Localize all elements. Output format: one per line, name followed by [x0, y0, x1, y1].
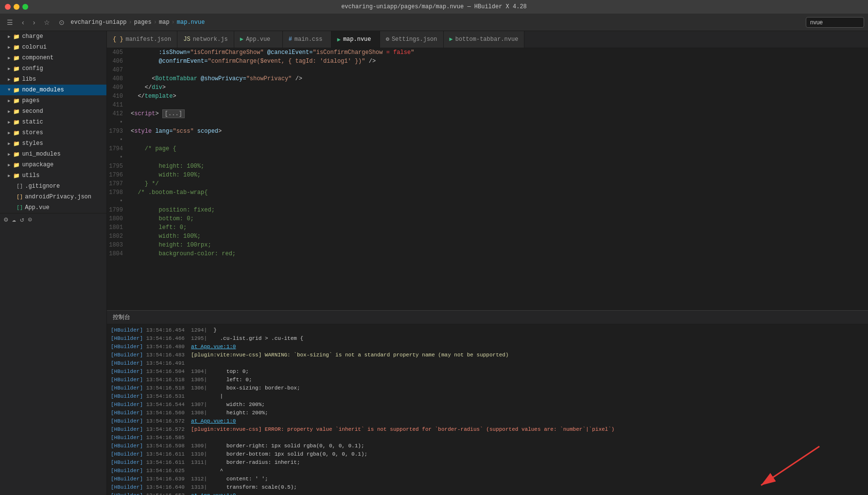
- editor-area: { } manifest.json JS network.js ▶ App.vu…: [107, 31, 868, 495]
- chevron-down-icon: ▼: [8, 88, 10, 92]
- sidebar-item-static[interactable]: ▶ 📁 static: [0, 117, 106, 127]
- minimize-button[interactable]: [14, 4, 19, 10]
- sidebar-bottom-bar: ⚙ ☁ ↺ ⊙: [0, 213, 106, 226]
- folder-icon: 📁: [13, 55, 20, 61]
- console-output[interactable]: [HBuilder] 13:54:16.454 1294| } [HBuilde…: [107, 324, 868, 495]
- sidebar-item-android-privacy[interactable]: [] androidPrivacy.json: [0, 192, 106, 202]
- sidebar-item-label: component: [22, 54, 53, 61]
- file-icon: []: [17, 183, 23, 189]
- chevron-right-icon: ▶: [8, 152, 10, 157]
- console-line: [HBuilder] 13:54:16.640 1313| transform:…: [111, 483, 864, 492]
- back-button[interactable]: ‹: [19, 17, 27, 28]
- sidebar-item-label: unpackage: [22, 161, 53, 168]
- tab-label: bottom-tabbar.nvue: [455, 36, 519, 43]
- titlebar: evcharing-uniapp/pages/map/map.nvue — HB…: [0, 0, 868, 14]
- sidebar-item-second[interactable]: ▶ 📁 second: [0, 106, 106, 117]
- sidebar-item-stores[interactable]: ▶ 📁 stores: [0, 127, 106, 138]
- sidebar-item-label: charge: [22, 33, 43, 40]
- sidebar-item-node-modules[interactable]: ▼ 📁 node_modules: [0, 85, 106, 95]
- sidebar-item-label: node_modules: [22, 87, 64, 93]
- tabs-bar: { } manifest.json JS network.js ▶ App.vu…: [107, 31, 868, 48]
- console-line: [HBuilder] 13:54:16.466 1295| .cu-list.g…: [111, 335, 864, 343]
- code-line-405: 405 :isShown="isConfirmChargeShow" @canc…: [107, 48, 868, 57]
- folder-icon: 📁: [13, 151, 20, 158]
- file-type-icon: JS: [183, 36, 190, 43]
- console-link[interactable]: at App.vue:1:0: [191, 493, 236, 495]
- tab-label: Settings.json: [392, 36, 437, 43]
- folder-icon: 📁: [13, 130, 20, 136]
- sidebar-item-app-vue[interactable]: [] App.vue: [0, 202, 106, 213]
- sidebar-item-gitignore[interactable]: [] .gitignore: [0, 181, 106, 192]
- tab-settings-json[interactable]: ⚙ Settings.json: [380, 31, 444, 48]
- code-line-412: 412 • <script> [...]: [107, 109, 868, 127]
- tab-bottom-tabbar[interactable]: ▶ bottom-tabbar.nvue: [444, 31, 525, 48]
- tab-map-nvue[interactable]: ▶ map.nvue: [331, 31, 380, 48]
- code-line-1794: 1794 • /* page {: [107, 144, 868, 162]
- chevron-right-icon: ▶: [8, 109, 10, 114]
- code-line-1801: 1801 left: 0;: [107, 223, 868, 232]
- console-link[interactable]: at App.vue:1:0: [191, 344, 236, 350]
- console-line: [HBuilder] 13:54:16.625 ^: [111, 467, 864, 475]
- sidebar-item-unpackage[interactable]: ▶ 📁 unpackage: [0, 159, 106, 170]
- sidebar-item-label: App.vue: [25, 204, 49, 211]
- console-link[interactable]: at App.vue:1:0: [191, 418, 236, 424]
- breadcrumb-pages[interactable]: pages: [134, 19, 152, 26]
- forward-button[interactable]: ›: [30, 17, 38, 28]
- folder-icon: 📁: [13, 173, 20, 179]
- sidebar-item-config[interactable]: ▶ 📁 config: [0, 63, 106, 74]
- console-line: [HBuilder] 13:54:16.518 1305| left: 0;: [111, 376, 864, 384]
- console-panel: 控制台 [HBuilder] 13:54:16.454 1294| } [HBu…: [107, 310, 868, 495]
- console-line: [HBuilder] 13:54:16.504 1304| top: 0;: [111, 368, 864, 376]
- maximize-button[interactable]: [22, 4, 28, 10]
- code-line-1800: 1800 bottom: 0;: [107, 214, 868, 223]
- sidebar-item-styles[interactable]: ▶ 📁 styles: [0, 138, 106, 149]
- settings-icon[interactable]: ⚙: [4, 215, 8, 224]
- folder-icon: 📁: [13, 119, 20, 125]
- sidebar-item-label: styles: [22, 140, 43, 147]
- sidebar-item-component[interactable]: ▶ 📁 component: [0, 53, 106, 63]
- sidebar-item-label: androidPrivacy.json: [25, 194, 91, 200]
- target-icon[interactable]: ⊙: [28, 215, 32, 224]
- code-editor[interactable]: 405 :isShown="isConfirmChargeShow" @canc…: [107, 48, 868, 310]
- folder-icon: 📁: [13, 66, 20, 72]
- console-line: [HBuilder] 13:54:16.518 1306| box-sizing…: [111, 384, 864, 392]
- home-button[interactable]: ☆: [41, 17, 53, 28]
- breadcrumb-file[interactable]: map.nvue: [177, 19, 205, 26]
- refresh-icon[interactable]: ↺: [20, 215, 24, 224]
- sidebar-item-label: utils: [22, 172, 39, 179]
- chevron-right-icon: ▶: [8, 45, 10, 50]
- sidebar-item-uni-modules[interactable]: ▶ 📁 uni_modules: [0, 149, 106, 159]
- sidebar-item-pages[interactable]: ▶ 📁 pages: [0, 95, 106, 106]
- search-input[interactable]: [806, 17, 864, 28]
- close-button[interactable]: [5, 4, 11, 10]
- file-icon: []: [17, 205, 23, 211]
- chevron-right-icon: ▶: [8, 55, 10, 61]
- tab-label: main.css: [295, 36, 323, 43]
- breadcrumb-project[interactable]: evcharing-uniapp: [70, 19, 126, 26]
- tab-network-js[interactable]: JS network.js: [177, 31, 234, 48]
- console-line: [HBuilder] 13:54:16.585: [111, 434, 864, 442]
- console-line: [HBuilder] 13:54:16.572 at App.vue:1:0: [111, 417, 864, 425]
- tab-manifest-json[interactable]: { } manifest.json: [107, 31, 177, 48]
- sidebar-item-libs[interactable]: ▶ 📁 libs: [0, 74, 106, 85]
- gear-icon: ⚙: [386, 35, 389, 43]
- sidebar-item-colorui[interactable]: ▶ 📁 colorui: [0, 42, 106, 53]
- file-type-icon: ▶: [240, 35, 243, 43]
- refresh-button[interactable]: ⊙: [56, 17, 68, 28]
- tab-app-vue[interactable]: ▶ App.vue: [234, 31, 283, 48]
- tab-main-css[interactable]: # main.css: [283, 31, 331, 48]
- code-line-409: 409 </div>: [107, 83, 868, 92]
- sidebar-toggle-button[interactable]: ☰: [4, 17, 16, 28]
- console-line: [HBuilder] 13:54:16.560 1308| height: 20…: [111, 409, 864, 417]
- navbar: ☰ ‹ › ☆ ⊙ evcharing-uniapp › pages › map…: [0, 14, 868, 31]
- sidebar-item-utils[interactable]: ▶ 📁 utils: [0, 170, 106, 181]
- file-type-icon: ▶: [337, 36, 341, 43]
- sidebar-item-charge[interactable]: ▶ 📁 charge: [0, 31, 106, 42]
- breadcrumb-map[interactable]: map: [159, 19, 170, 26]
- main-layout: ▶ 📁 charge ▶ 📁 colorui ▶ 📁 component ▶ 📁…: [0, 31, 868, 495]
- code-line-408: 408 <BottomTabbar @showPrivacy="showPriv…: [107, 74, 868, 83]
- cloud-icon[interactable]: ☁: [12, 215, 16, 224]
- code-line-410: 410 </template>: [107, 92, 868, 101]
- folder-icon: 📁: [13, 87, 20, 93]
- file-explorer: ▶ 📁 charge ▶ 📁 colorui ▶ 📁 component ▶ 📁…: [0, 31, 107, 495]
